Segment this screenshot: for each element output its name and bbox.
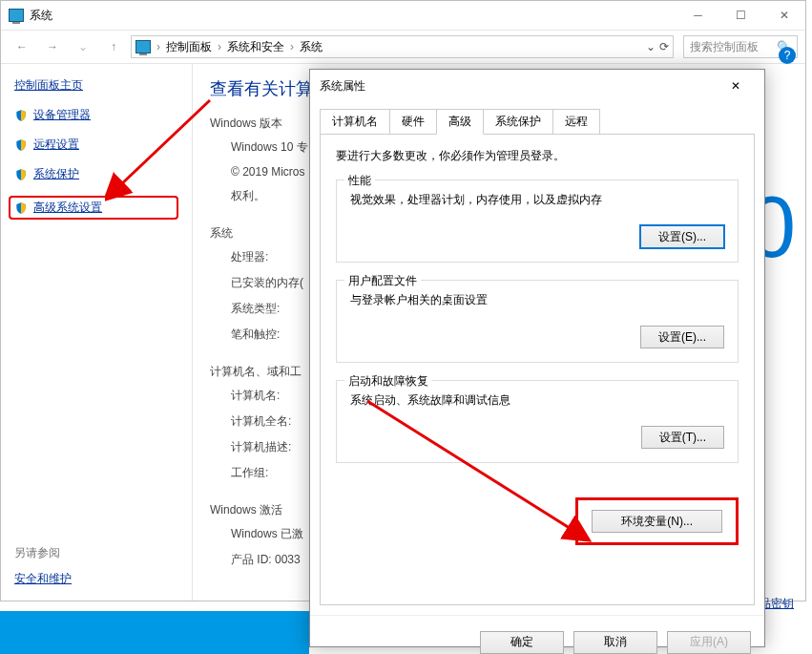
- performance-settings-button[interactable]: 设置(S)...: [640, 225, 724, 248]
- chevron-down-icon[interactable]: ⌄: [646, 40, 656, 53]
- chevron-right-icon: ›: [156, 40, 160, 53]
- environment-variables-button[interactable]: 环境变量(N)...: [592, 510, 722, 533]
- sidebar-item-device-manager[interactable]: 设备管理器: [14, 107, 178, 123]
- startup-settings-button[interactable]: 设置(T)...: [641, 426, 724, 449]
- window-controls: ─ ☐ ✕: [677, 1, 805, 30]
- crumb-system[interactable]: 系统: [300, 39, 323, 55]
- performance-legend: 性能: [344, 173, 375, 189]
- shield-icon: [14, 168, 28, 181]
- shield-icon: [14, 201, 28, 215]
- search-placeholder: 搜索控制面板: [690, 39, 759, 55]
- up-button[interactable]: ↑: [100, 33, 127, 60]
- tab-computer-name[interactable]: 计算机名: [320, 109, 390, 135]
- sidebar-item-remote-settings[interactable]: 远程设置: [14, 137, 178, 153]
- ok-button[interactable]: 确定: [480, 631, 564, 654]
- chevron-right-icon: ›: [218, 40, 221, 53]
- forward-button[interactable]: →: [39, 33, 66, 60]
- back-button[interactable]: ←: [9, 33, 35, 60]
- address-bar[interactable]: › 控制面板 › 系统和安全 › 系统 ⌄ ⟳: [131, 35, 674, 58]
- tab-strip: 计算机名 硬件 高级 系统保护 远程: [310, 102, 764, 134]
- refresh-icon[interactable]: ⟳: [659, 40, 669, 53]
- see-also-label: 另请参阅: [14, 545, 178, 561]
- dialog-title: 系统属性: [320, 78, 365, 95]
- env-highlight: 环境变量(N)...: [575, 497, 739, 545]
- system-properties-dialog: 系统属性 ✕ 计算机名 硬件 高级 系统保护 远程 要进行大多数更改，你必须作为…: [309, 69, 765, 647]
- sidebar-item-advanced-settings[interactable]: 高级系统设置: [9, 196, 178, 220]
- dialog-close-button[interactable]: ✕: [717, 72, 755, 100]
- shield-icon: [14, 138, 28, 152]
- cancel-button[interactable]: 取消: [573, 631, 657, 654]
- addr-icon: [135, 40, 151, 53]
- crumb-system-security[interactable]: 系统和安全: [227, 39, 284, 55]
- crumb-control-panel[interactable]: 控制面板: [166, 39, 212, 55]
- dialog-button-row: 确定 取消 应用(A): [310, 615, 764, 654]
- dialog-titlebar: 系统属性 ✕: [310, 70, 764, 102]
- window-title: 系统: [30, 8, 52, 24]
- sidebar: 控制面板主页 设备管理器 远程设置 系统保护 高级系统设置 另请参阅 安全和维护: [1, 64, 192, 601]
- startup-legend: 启动和故障恢复: [344, 373, 432, 390]
- sidebar-item-label: 远程设置: [33, 137, 79, 153]
- startup-recovery-group: 启动和故障恢复 系统启动、系统故障和调试信息 设置(T)...: [336, 380, 739, 463]
- tab-advanced[interactable]: 高级: [436, 109, 484, 135]
- user-profile-desc: 与登录帐户相关的桌面设置: [350, 292, 724, 308]
- titlebar: 系统 ─ ☐ ✕: [1, 1, 805, 30]
- user-profile-legend: 用户配置文件: [344, 273, 421, 289]
- history-dropdown[interactable]: ⌄: [70, 33, 96, 60]
- sidebar-item-label: 设备管理器: [33, 107, 91, 123]
- security-maintenance-link[interactable]: 安全和维护: [14, 571, 178, 587]
- sidebar-item-system-protection[interactable]: 系统保护: [14, 166, 178, 182]
- tab-remote[interactable]: 远程: [552, 109, 600, 135]
- maximize-button[interactable]: ☐: [719, 1, 762, 30]
- performance-desc: 视觉效果，处理器计划，内存使用，以及虚拟内存: [350, 192, 724, 208]
- tab-hardware[interactable]: 硬件: [389, 109, 437, 135]
- sidebar-item-label: 系统保护: [33, 166, 79, 182]
- system-icon: [9, 9, 24, 22]
- shield-icon: [14, 109, 28, 122]
- help-icon[interactable]: ?: [779, 47, 796, 64]
- minimize-button[interactable]: ─: [677, 1, 719, 30]
- admin-notice: 要进行大多数更改，你必须作为管理员登录。: [336, 148, 739, 164]
- taskbar[interactable]: [0, 611, 309, 654]
- sidebar-item-label: 高级系统设置: [33, 200, 102, 216]
- chevron-right-icon: ›: [290, 40, 294, 53]
- tab-system-protection[interactable]: 系统保护: [483, 109, 553, 135]
- user-profile-settings-button[interactable]: 设置(E)...: [640, 326, 724, 348]
- startup-desc: 系统启动、系统故障和调试信息: [350, 392, 724, 409]
- control-panel-home-link[interactable]: 控制面板主页: [14, 77, 178, 94]
- close-button[interactable]: ✕: [762, 1, 805, 30]
- performance-group: 性能 视觉效果，处理器计划，内存使用，以及虚拟内存 设置(S)...: [336, 179, 739, 263]
- apply-button[interactable]: 应用(A): [667, 631, 751, 654]
- tab-body-advanced: 要进行大多数更改，你必须作为管理员登录。 性能 视觉效果，处理器计划，内存使用，…: [320, 134, 755, 605]
- toolbar: ← → ⌄ ↑ › 控制面板 › 系统和安全 › 系统 ⌄ ⟳ 搜索控制面板 🔍: [1, 30, 805, 64]
- user-profile-group: 用户配置文件 与登录帐户相关的桌面设置 设置(E)...: [336, 280, 739, 363]
